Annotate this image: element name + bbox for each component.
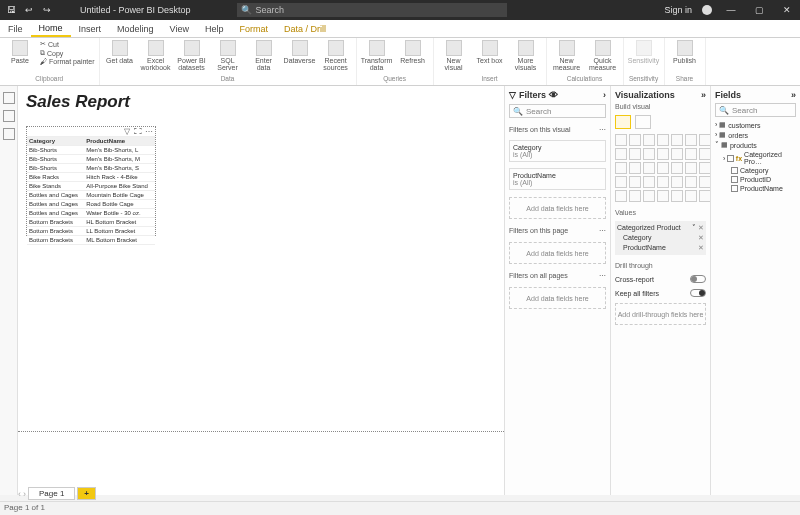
collapse-viz-icon[interactable]: » xyxy=(701,90,706,100)
global-search[interactable]: 🔍 Search xyxy=(237,3,507,17)
tab-insert[interactable]: Insert xyxy=(71,20,110,37)
recent-sources-button[interactable]: Recent sources xyxy=(320,40,352,71)
viz-type-19[interactable] xyxy=(685,162,697,174)
table-orders[interactable]: › ▦ orders xyxy=(715,130,796,140)
page-tab-1[interactable]: Page 1 xyxy=(28,487,75,500)
model-view-icon[interactable] xyxy=(3,128,15,140)
avatar[interactable] xyxy=(702,5,712,15)
field-productid[interactable]: ProductID xyxy=(715,175,796,184)
filter-card-productname[interactable]: ProductNameis (All) xyxy=(509,168,606,190)
field-productname[interactable]: ProductName xyxy=(715,184,796,193)
viz-type-27[interactable] xyxy=(699,176,710,188)
viz-type-28[interactable] xyxy=(615,190,627,202)
remove-field-icon[interactable]: ✕ xyxy=(698,234,704,242)
viz-type-20[interactable] xyxy=(699,162,710,174)
viz-type-31[interactable] xyxy=(657,190,669,202)
viz-type-34[interactable] xyxy=(699,190,710,202)
more-icon[interactable]: ⋯ xyxy=(599,227,606,235)
table-products[interactable]: ˅ ▦ products xyxy=(715,140,796,150)
viz-type-5[interactable] xyxy=(685,134,697,146)
report-view-icon[interactable] xyxy=(3,92,15,104)
visual-filter-drop[interactable]: Add data fields here xyxy=(509,197,606,219)
enter-data-button[interactable]: Enter data xyxy=(248,40,280,71)
more-visuals-button[interactable]: More visuals xyxy=(510,40,542,71)
viz-type-14[interactable] xyxy=(615,162,627,174)
more-icon[interactable]: ⋯ xyxy=(599,126,606,134)
viz-type-13[interactable] xyxy=(699,148,710,160)
excel-button[interactable]: Excel workbook xyxy=(140,40,172,71)
build-visual-tab[interactable] xyxy=(615,115,631,129)
viz-type-2[interactable] xyxy=(643,134,655,146)
viz-type-17[interactable] xyxy=(657,162,669,174)
save-icon[interactable]: 🖫 xyxy=(4,5,18,15)
viz-type-33[interactable] xyxy=(685,190,697,202)
quick-measure-button[interactable]: Quick measure xyxy=(587,40,619,71)
sensitivity-button[interactable]: Sensitivity xyxy=(628,40,660,64)
viz-type-9[interactable] xyxy=(643,148,655,160)
viz-type-32[interactable] xyxy=(671,190,683,202)
viz-type-1[interactable] xyxy=(629,134,641,146)
text-box-button[interactable]: Text box xyxy=(474,40,506,64)
paste-button[interactable]: Paste xyxy=(4,40,36,64)
collapse-filters-icon[interactable]: › xyxy=(603,90,606,100)
page-filter-drop[interactable]: Add data fields here xyxy=(509,242,606,264)
format-painter-button[interactable]: 🖌 Format painter xyxy=(40,58,95,65)
viz-type-18[interactable] xyxy=(671,162,683,174)
viz-type-16[interactable] xyxy=(643,162,655,174)
viz-type-30[interactable] xyxy=(643,190,655,202)
add-page-button[interactable]: + xyxy=(77,487,96,500)
transform-data-button[interactable]: Transform data xyxy=(361,40,393,71)
publish-button[interactable]: Publish xyxy=(669,40,701,64)
viz-type-4[interactable] xyxy=(671,134,683,146)
fields-search[interactable]: 🔍Search xyxy=(715,103,796,117)
signin-link[interactable]: Sign in xyxy=(664,5,692,15)
pbi-datasets-button[interactable]: Power BI datasets xyxy=(176,40,208,71)
prev-page-icon[interactable]: ‹ xyxy=(18,489,21,499)
field-category[interactable]: Category xyxy=(715,166,796,175)
viz-type-11[interactable] xyxy=(671,148,683,160)
filter-icon[interactable]: ▽ xyxy=(123,127,131,136)
tab-help[interactable]: Help xyxy=(197,20,232,37)
viz-type-12[interactable] xyxy=(685,148,697,160)
viz-type-6[interactable] xyxy=(699,134,710,146)
dataverse-button[interactable]: Dataverse xyxy=(284,40,316,64)
values-well[interactable]: Categorized Product˅ ✕ Category✕ Product… xyxy=(615,221,706,255)
collapse-fields-icon[interactable]: » xyxy=(791,90,796,100)
viz-type-8[interactable] xyxy=(629,148,641,160)
viz-type-25[interactable] xyxy=(671,176,683,188)
new-measure-button[interactable]: New measure xyxy=(551,40,583,71)
all-pages-filter-drop[interactable]: Add data fields here xyxy=(509,287,606,309)
minimize-button[interactable]: — xyxy=(722,5,740,15)
viz-type-29[interactable] xyxy=(629,190,641,202)
tab-view[interactable]: View xyxy=(162,20,197,37)
report-canvas[interactable]: Sales Report ▽ ⛶ ⋯ CategoryProductNameBi… xyxy=(18,86,504,495)
new-visual-button[interactable]: New visual xyxy=(438,40,470,71)
next-page-icon[interactable]: › xyxy=(23,489,26,499)
cross-report-toggle[interactable] xyxy=(690,275,706,283)
viz-type-26[interactable] xyxy=(685,176,697,188)
viz-type-0[interactable] xyxy=(615,134,627,146)
undo-icon[interactable]: ↩ xyxy=(22,5,36,15)
more-icon[interactable]: ⋯ xyxy=(599,272,606,280)
viz-type-3[interactable] xyxy=(657,134,669,146)
table-customers[interactable]: › ▦ customers xyxy=(715,120,796,130)
table-visual[interactable]: ▽ ⛶ ⋯ CategoryProductNameBib-ShortsMen's… xyxy=(26,126,156,236)
viz-type-23[interactable] xyxy=(643,176,655,188)
remove-field-icon[interactable]: ✕ xyxy=(698,244,704,252)
tab-file[interactable]: File xyxy=(0,20,31,37)
keep-filters-toggle[interactable] xyxy=(690,289,706,297)
viz-type-7[interactable] xyxy=(615,148,627,160)
cut-button[interactable]: ✂ Cut xyxy=(40,40,95,48)
field-categorized-product[interactable]: › fx Categorized Pro… xyxy=(715,150,796,166)
viz-type-15[interactable] xyxy=(629,162,641,174)
viz-type-24[interactable] xyxy=(657,176,669,188)
redo-icon[interactable]: ↪ xyxy=(40,5,54,15)
filters-search[interactable]: 🔍Search xyxy=(509,104,606,118)
viz-type-21[interactable] xyxy=(615,176,627,188)
focus-icon[interactable]: ⛶ xyxy=(134,127,142,136)
remove-field-icon[interactable]: ✕ xyxy=(698,224,704,231)
format-visual-tab[interactable] xyxy=(635,115,651,129)
filter-card-category[interactable]: Categoryis (All) xyxy=(509,140,606,162)
refresh-button[interactable]: Refresh xyxy=(397,40,429,64)
get-data-button[interactable]: Get data xyxy=(104,40,136,64)
